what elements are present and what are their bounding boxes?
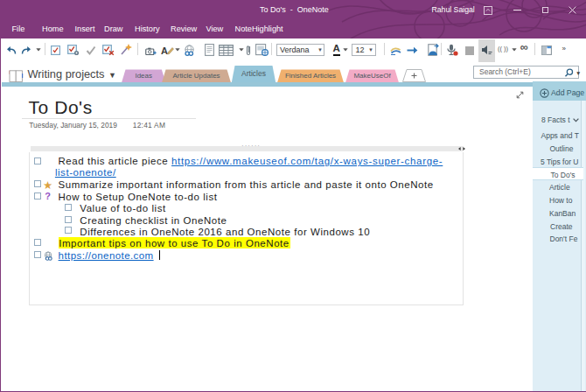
svg-text:A: A [161,46,168,56]
